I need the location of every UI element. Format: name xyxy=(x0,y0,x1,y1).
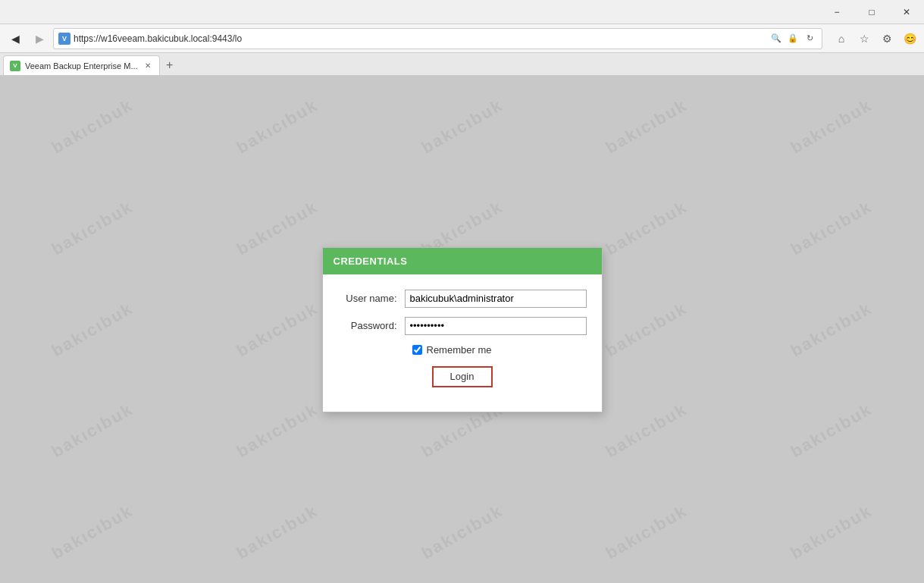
tab-favicon: V xyxy=(10,61,20,71)
username-input[interactable] xyxy=(405,290,587,308)
lock-icon[interactable]: 🔒 xyxy=(785,31,800,46)
remember-label: Remember me xyxy=(427,344,492,356)
dialog-header: CREDENTIALS xyxy=(323,248,602,274)
username-label: User name: xyxy=(338,293,405,304)
back-button[interactable]: ◀ xyxy=(5,28,26,49)
forward-button[interactable]: ▶ xyxy=(29,28,50,49)
password-label: Password: xyxy=(338,320,405,331)
browser-right-icons: ⌂ ☆ ⚙ 😊 xyxy=(832,29,919,49)
credentials-dialog: CREDENTIALS User name: Password: Remembe… xyxy=(322,247,603,412)
login-button[interactable]: Login xyxy=(432,366,493,387)
new-tab-button[interactable]: + xyxy=(160,55,180,75)
browser-window: − □ ✕ ◀ ▶ V 🔍 🔒 ↻ ⌂ ☆ ⚙ 😊 V Veeam Back xyxy=(0,0,924,583)
password-row: Password: xyxy=(338,317,587,335)
tab-title: Veeam Backup Enterprise M... xyxy=(25,61,138,71)
close-button[interactable]: ✕ xyxy=(889,0,924,24)
favorites-button[interactable]: ☆ xyxy=(854,29,874,49)
refresh-button[interactable]: ↻ xyxy=(802,31,817,46)
dialog-overlay: CREDENTIALS User name: Password: Remembe… xyxy=(0,76,924,583)
title-bar: − □ ✕ xyxy=(0,0,924,24)
search-button[interactable]: 🔍 xyxy=(769,31,784,46)
dialog-body: User name: Password: Remember me Login xyxy=(323,274,602,412)
password-input[interactable] xyxy=(405,317,587,335)
maximize-button[interactable]: □ xyxy=(854,0,889,24)
main-content: bakıcıbuk bakıcıbuk bakıcıbuk bakıcıbuk … xyxy=(0,76,924,583)
home-button[interactable]: ⌂ xyxy=(832,29,851,49)
url-input[interactable] xyxy=(74,33,766,44)
dialog-title: CREDENTIALS xyxy=(334,255,408,267)
username-row: User name: xyxy=(338,290,587,308)
tab-bar: V Veeam Backup Enterprise M... ✕ + xyxy=(0,53,924,76)
remember-row: Remember me xyxy=(338,344,587,356)
address-bar-actions: 🔍 🔒 ↻ xyxy=(769,31,817,46)
window-controls: − □ ✕ xyxy=(819,0,924,24)
settings-button[interactable]: ⚙ xyxy=(877,29,897,49)
emoji-button[interactable]: 😊 xyxy=(900,29,919,49)
tab-close-button[interactable]: ✕ xyxy=(143,61,153,71)
dialog-footer: Login xyxy=(338,366,587,400)
active-tab[interactable]: V Veeam Backup Enterprise M... ✕ xyxy=(3,55,160,75)
browser-toolbar: ◀ ▶ V 🔍 🔒 ↻ ⌂ ☆ ⚙ 😊 xyxy=(0,24,924,53)
address-bar: V 🔍 🔒 ↻ xyxy=(53,28,822,49)
minimize-button[interactable]: − xyxy=(819,0,854,24)
site-icon: V xyxy=(58,33,70,45)
remember-checkbox[interactable] xyxy=(412,345,422,355)
